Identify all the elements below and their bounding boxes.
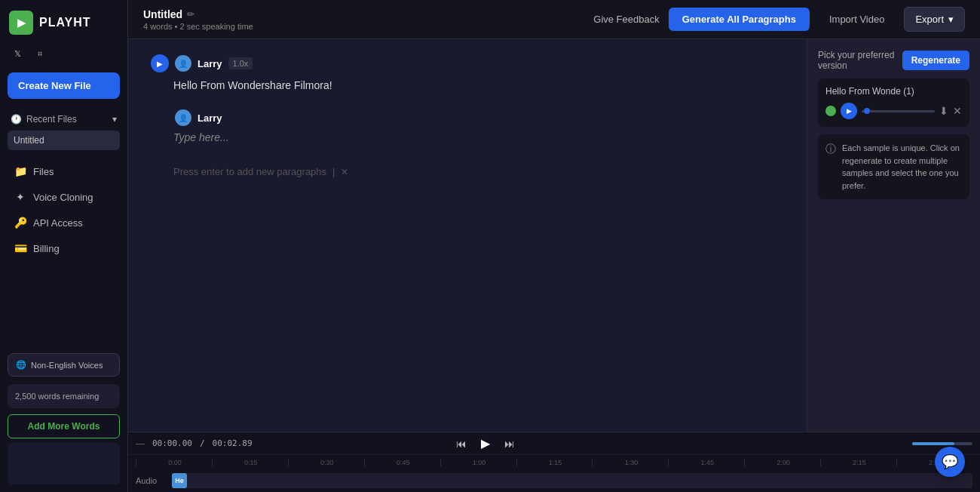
edit-title-icon[interactable]: ✏ [187, 9, 194, 20]
version-panel: Pick your preferred version Regenerate H… [807, 39, 980, 432]
version-play-button[interactable]: ▶ [841, 103, 857, 119]
billing-label: Billing [33, 243, 60, 254]
speaker-name-1[interactable]: Larry [198, 58, 222, 69]
logo-text: PLAYHT [39, 16, 91, 29]
dismiss-hint-button[interactable]: ✕ [341, 167, 348, 177]
export-button[interactable]: Export ▾ [904, 7, 965, 32]
timeline-prev-button[interactable]: ⏮ [452, 435, 470, 453]
speaker-name-2[interactable]: Larry [198, 112, 222, 124]
timeline-dash: — [136, 438, 145, 449]
export-label: Export [915, 14, 944, 25]
globe-icon: 🌐 [16, 360, 26, 370]
recent-files-section: 🕐 Recent Files ▾ Untitled [0, 106, 127, 155]
export-chevron-icon: ▾ [948, 14, 954, 25]
api-access-icon: 🔑 [14, 217, 27, 229]
sidebar-bottom-decoration [8, 443, 120, 484]
ruler-mark-5: 1:15 [516, 459, 593, 466]
bottom-timeline: — 00:00.00 / 00:02.89 ⏮ ▶ ⏭ 0:00 0:15 0:… [128, 432, 980, 492]
ruler-mark-7: 1:45 [668, 459, 744, 466]
sidebar-item-voice-cloning[interactable]: ✦ Voice Cloning [8, 185, 120, 209]
track-label: Audio [136, 476, 166, 485]
regenerate-button[interactable]: Regenerate [902, 51, 969, 70]
speed-badge-1[interactable]: 1.0x [228, 57, 253, 69]
voice-cloning-label: Voice Cloning [33, 192, 93, 203]
non-english-voices-banner[interactable]: 🌐 Non-English Voices [8, 353, 120, 377]
add-paragraph-hint: Press enter to add new paragraphs | ✕ [151, 158, 784, 185]
info-icon: ⓘ [825, 143, 836, 156]
timeline-controls: — 00:00.00 / 00:02.89 ⏮ ▶ ⏭ [128, 432, 980, 455]
volume-bar [912, 442, 972, 445]
recent-files-label: Recent Files [26, 114, 77, 125]
discord-icon[interactable]: ⌗ [32, 45, 48, 62]
file-meta: 4 words • 2 sec speaking time [143, 22, 253, 31]
timeline-time-total: 00:02.89 [213, 438, 253, 448]
sidebar-footer: 🌐 Non-English Voices 2,500 words remaini… [0, 346, 127, 492]
non-english-label: Non-English Voices [31, 361, 103, 370]
social-icons: 𝕏 ⌗ [0, 45, 127, 69]
track-content[interactable]: He [172, 473, 972, 488]
ruler-marks: 0:00 0:15 0:30 0:45 1:00 1:15 1:30 1:45 … [136, 459, 972, 466]
timeline-play-controls: ⏮ ▶ ⏭ [452, 433, 519, 454]
timeline-time-current: 00:00.00 [152, 438, 192, 448]
files-label: Files [33, 166, 54, 177]
billing-icon: 💳 [14, 242, 27, 254]
timeline-play-button[interactable]: ▶ [475, 433, 496, 454]
timeline-track-area: Audio He [128, 470, 980, 492]
words-remaining-display: 2,500 words remaining [8, 384, 120, 408]
api-access-label: API Access [33, 217, 83, 229]
sidebar-nav: 📁 Files ✦ Voice Cloning 🔑 API Access 💳 B… [0, 155, 127, 265]
version-panel-title: Pick your preferred version [818, 50, 902, 71]
sidebar: ▶ PLAYHT 𝕏 ⌗ Create New File 🕐 Recent Fi… [0, 0, 128, 492]
paragraph-block-2: 👤 Larry Type here... [151, 109, 784, 143]
ruler-mark-9: 2:15 [820, 459, 896, 466]
version-progress-bar[interactable] [862, 110, 935, 112]
add-more-words-button[interactable]: Add More Words [8, 414, 120, 438]
sidebar-item-billing[interactable]: 💳 Billing [8, 236, 120, 260]
voice-cloning-icon: ✦ [14, 191, 27, 203]
give-feedback-link[interactable]: Give Feedback [593, 14, 659, 25]
version-panel-header: Pick your preferred version Regenerate [818, 50, 969, 71]
paragraph-block-1: ▶ 👤 Larry 1.0x Hello From Wondershare Fi… [151, 54, 784, 94]
speaker-avatar-1: 👤 [175, 55, 191, 72]
chevron-down-icon: ▾ [112, 114, 117, 125]
paragraph-play-button-1[interactable]: ▶ [151, 54, 169, 72]
audio-block[interactable]: He [172, 473, 187, 488]
version-controls: ▶ ⬇ ✕ [825, 103, 962, 119]
twitter-icon[interactable]: 𝕏 [9, 45, 26, 62]
create-new-file-button[interactable]: Create New File [8, 72, 120, 99]
main-content: Untitled ✏ 4 words • 2 sec speaking time… [128, 0, 980, 492]
logo-area: ▶ PLAYHT [0, 0, 127, 45]
volume-fill [912, 442, 954, 445]
version-progress-fill [864, 108, 870, 114]
sidebar-item-api-access[interactable]: 🔑 API Access [8, 211, 120, 235]
recent-file-item[interactable]: Untitled [8, 131, 120, 150]
import-video-button[interactable]: Import Video [819, 8, 895, 31]
text-editor: ▶ 👤 Larry 1.0x Hello From Wondershare Fi… [128, 39, 807, 432]
file-title: Untitled [143, 8, 182, 20]
volume-progress-bar[interactable] [912, 442, 972, 445]
top-bar-actions: Give Feedback Generate All Paragraphs Im… [593, 7, 965, 32]
version-close-button[interactable]: ✕ [953, 105, 962, 117]
paragraph-placeholder-2[interactable]: Type here... [151, 131, 784, 143]
ruler-mark-8: 2:00 [744, 459, 820, 466]
version-download-button[interactable]: ⬇ [939, 105, 948, 117]
version-info-text: Each sample is unique. Click on regenera… [842, 142, 962, 192]
ruler-mark-1: 0:15 [212, 459, 288, 466]
hint-divider: | [332, 166, 335, 177]
file-title-area: Untitled ✏ 4 words • 2 sec speaking time [143, 8, 253, 31]
generate-all-paragraphs-button[interactable]: Generate All Paragraphs [669, 8, 810, 31]
ruler-mark-4: 1:00 [440, 459, 516, 466]
ruler-mark-0: 0:00 [136, 459, 212, 466]
chat-support-button[interactable]: 💬 [935, 447, 965, 477]
speaker-avatar-2: 👤 [175, 109, 191, 126]
recent-files-header[interactable]: 🕐 Recent Files ▾ [8, 109, 120, 129]
hint-text: Press enter to add new paragraphs [173, 166, 326, 177]
sidebar-item-files[interactable]: 📁 Files [8, 159, 120, 183]
version-radio-selected[interactable] [825, 106, 836, 116]
ruler-mark-6: 1:30 [592, 459, 668, 466]
clock-icon: 🕐 [11, 114, 22, 125]
version-info-box: ⓘ Each sample is unique. Click on regene… [818, 134, 969, 199]
paragraph-text-1[interactable]: Hello From Wondershare Filmora! [151, 77, 784, 94]
logo-icon: ▶ [9, 11, 33, 35]
timeline-next-button[interactable]: ⏭ [501, 435, 519, 453]
